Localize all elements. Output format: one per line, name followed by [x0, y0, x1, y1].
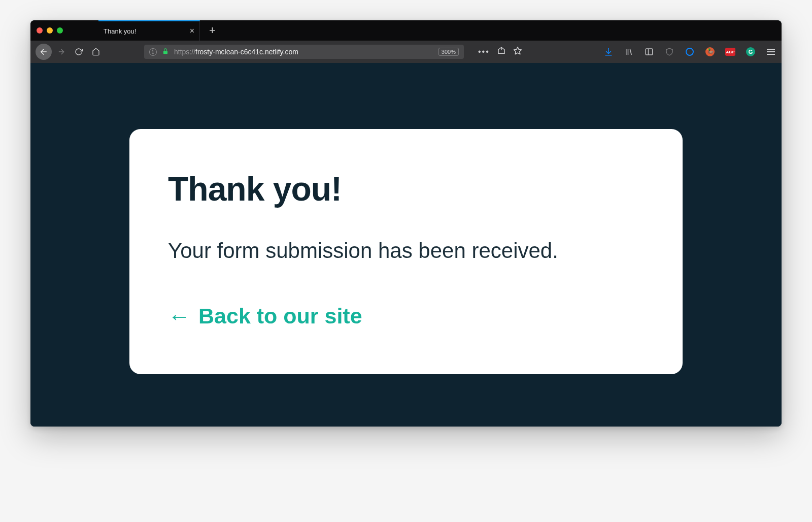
tabs: Thank you! × +	[98, 20, 216, 41]
arrow-left-icon	[39, 47, 48, 56]
site-info-icon[interactable]: i	[149, 48, 157, 56]
hamburger-icon	[767, 49, 775, 55]
reader-view-icon[interactable]	[497, 46, 506, 57]
new-tab-button[interactable]: +	[209, 25, 216, 36]
library-icon[interactable]	[623, 46, 634, 57]
svg-marker-3	[514, 47, 521, 54]
toolbar: i https://frosty-mclean-c6c41c.netlify.c…	[30, 41, 782, 63]
reload-icon	[75, 48, 83, 56]
svg-rect-2	[163, 51, 167, 54]
shield-icon[interactable]	[664, 46, 675, 57]
nav-buttons	[36, 44, 104, 60]
browser-tab[interactable]: Thank you! ×	[98, 20, 200, 41]
close-tab-icon[interactable]: ×	[190, 27, 194, 35]
arrow-left-icon: ←	[168, 305, 190, 328]
lock-icon	[162, 48, 169, 56]
tab-title: Thank you!	[104, 27, 136, 35]
back-button[interactable]	[36, 44, 52, 60]
window-close-button[interactable]	[37, 27, 43, 34]
reload-button[interactable]	[71, 44, 86, 59]
url-text: https://frosty-mclean-c6c41c.netlify.com	[174, 48, 433, 56]
thank-you-card: Thank you! Your form submission has been…	[129, 129, 683, 374]
window-controls	[37, 27, 63, 34]
url-protocol: https://	[174, 48, 195, 56]
forward-button[interactable]	[54, 44, 69, 59]
page-actions-icon[interactable]: •••	[478, 47, 490, 56]
arrow-right-icon	[57, 48, 65, 56]
window-maximize-button[interactable]	[57, 27, 63, 34]
extension-abp-icon[interactable]: ABP	[725, 46, 736, 57]
svg-rect-9	[646, 49, 653, 55]
back-to-site-link[interactable]: ← Back to our site	[168, 304, 362, 329]
confirmation-message: Your form submission has been received.	[168, 239, 644, 263]
zoom-indicator[interactable]: 300%	[438, 48, 459, 56]
menu-button[interactable]	[765, 46, 776, 57]
svg-line-8	[630, 49, 631, 55]
url-host: frosty-mclean-c6c41c.netlify.com	[195, 48, 298, 56]
tab-strip: Thank you! × +	[30, 20, 782, 41]
page-title: Thank you!	[168, 170, 644, 208]
page-viewport: Thank you! Your form submission has been…	[30, 63, 782, 427]
browser-window: Thank you! × + i	[30, 20, 782, 427]
toolbar-right: 🦆 ABP G	[603, 46, 776, 57]
url-bar-actions: •••	[478, 46, 522, 57]
extension-grammarly-icon[interactable]: G	[745, 46, 756, 57]
back-link-text: Back to our site	[198, 304, 362, 329]
sidebar-icon[interactable]	[644, 46, 655, 57]
home-button[interactable]	[88, 44, 104, 59]
extension-circle-icon[interactable]	[684, 46, 695, 57]
bookmark-icon[interactable]	[513, 46, 522, 57]
window-minimize-button[interactable]	[47, 27, 53, 34]
home-icon	[92, 48, 100, 56]
downloads-icon[interactable]	[603, 46, 614, 57]
url-bar[interactable]: i https://frosty-mclean-c6c41c.netlify.c…	[144, 45, 464, 59]
extension-duckduckgo-icon[interactable]: 🦆	[704, 46, 716, 57]
